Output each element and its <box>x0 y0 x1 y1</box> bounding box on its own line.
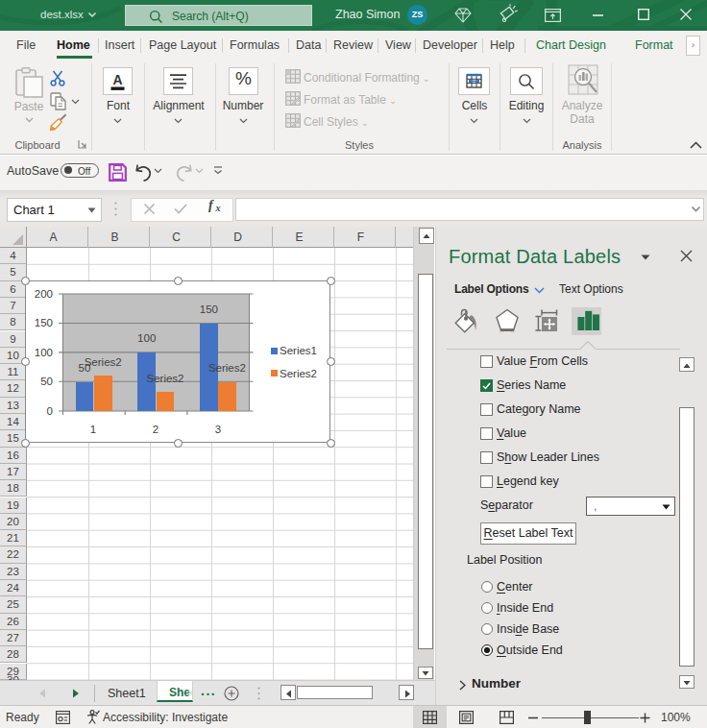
svg-text:A: A <box>112 72 122 87</box>
